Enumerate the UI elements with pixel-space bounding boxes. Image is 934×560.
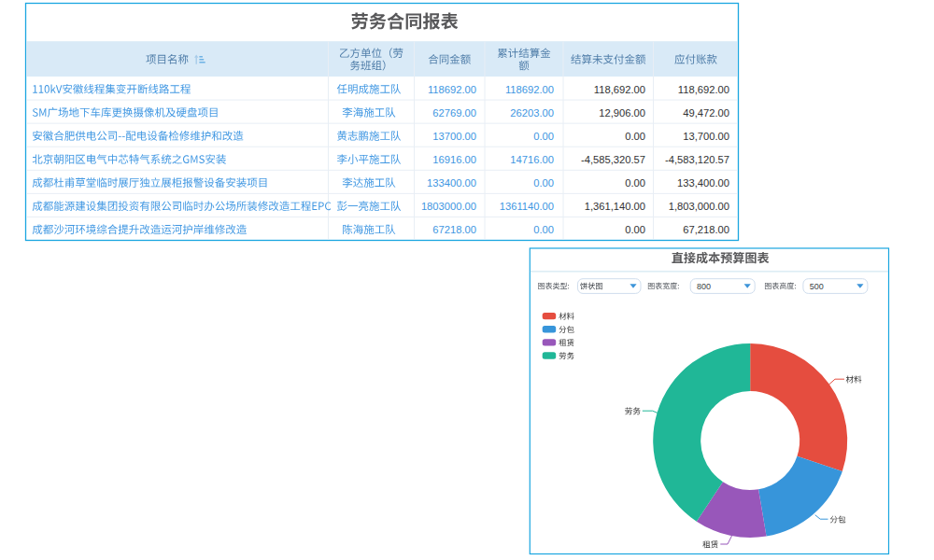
svg-text:12,906.00: 12,906.00 xyxy=(599,107,645,119)
svg-text:800: 800 xyxy=(697,282,711,291)
svg-text:13,700.00: 13,700.00 xyxy=(683,131,729,142)
svg-text:118692.00: 118692.00 xyxy=(505,84,554,95)
svg-text:0.00: 0.00 xyxy=(625,177,645,189)
svg-text:49,472.00: 49,472.00 xyxy=(683,107,729,119)
svg-text:133400.00: 133400.00 xyxy=(427,177,476,189)
svg-text:0.00: 0.00 xyxy=(533,131,554,142)
svg-text:118692.00: 118692.00 xyxy=(428,84,476,95)
svg-text:62769.00: 62769.00 xyxy=(432,107,476,119)
svg-text:-4,583,120.57: -4,583,120.57 xyxy=(665,154,729,165)
svg-text:0.00: 0.00 xyxy=(533,224,554,235)
svg-text:67,218.00: 67,218.00 xyxy=(683,224,729,235)
svg-text:16916.00: 16916.00 xyxy=(432,154,476,165)
svg-text:1803000.00: 1803000.00 xyxy=(421,201,476,212)
svg-text:1361140.00: 1361140.00 xyxy=(500,201,554,212)
svg-text:14716.00: 14716.00 xyxy=(510,154,554,165)
svg-text:118,692.00: 118,692.00 xyxy=(594,84,645,95)
svg-text:0.00: 0.00 xyxy=(533,177,554,189)
svg-text:500: 500 xyxy=(810,282,824,291)
svg-text:-4,585,320.57: -4,585,320.57 xyxy=(581,154,645,165)
svg-text:1,361,140.00: 1,361,140.00 xyxy=(585,201,645,212)
svg-text:118,692.00: 118,692.00 xyxy=(678,84,729,95)
svg-text:0.00: 0.00 xyxy=(625,224,645,235)
svg-text:133,400.00: 133,400.00 xyxy=(677,177,729,189)
svg-text:0.00: 0.00 xyxy=(625,131,645,142)
svg-text:1,803,000.00: 1,803,000.00 xyxy=(669,201,729,212)
svg-text:26203.00: 26203.00 xyxy=(510,107,554,119)
svg-text:67218.00: 67218.00 xyxy=(432,224,476,235)
svg-text:13700.00: 13700.00 xyxy=(432,131,476,142)
